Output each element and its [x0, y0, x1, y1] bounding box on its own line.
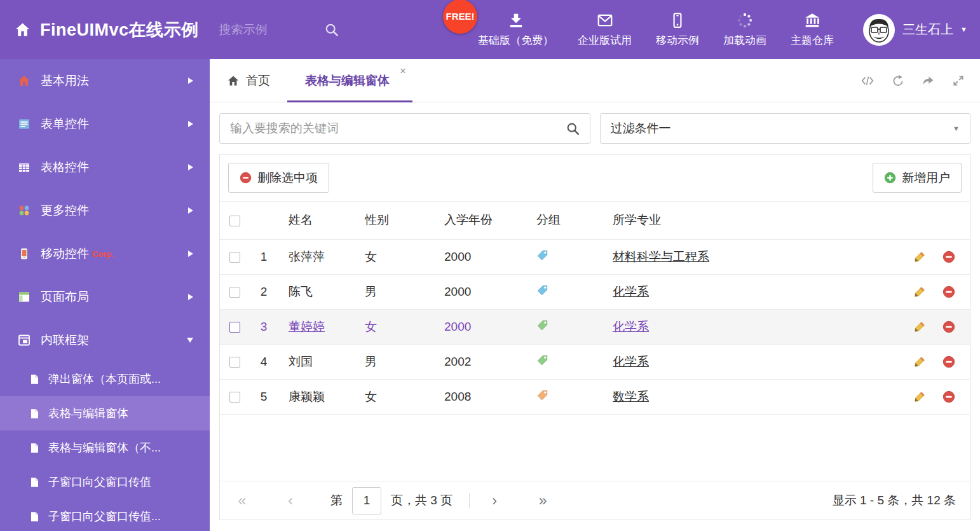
row-index: 2: [261, 285, 268, 298]
sidebar-item-page-layout[interactable]: 页面布局: [0, 275, 210, 319]
major-link[interactable]: 材料科学与工程系: [613, 250, 709, 263]
open-new-window-icon[interactable]: [922, 74, 935, 87]
table-row-selected[interactable]: 3 董婷婷 女 2000 化学系: [220, 309, 970, 344]
tab-tools: [861, 59, 980, 102]
page-prefix-label: 第: [330, 492, 343, 509]
page-suffix-label: 页，共 3 页: [391, 492, 453, 509]
delete-selected-button[interactable]: 删除选中项: [228, 163, 329, 193]
add-user-label: 新增用户: [902, 170, 950, 186]
nav-loading-animation[interactable]: 加载动画: [711, 12, 779, 48]
cell-gender: 女: [365, 250, 377, 263]
form-icon: [18, 118, 31, 130]
table-row[interactable]: 4 刘国 男 2002 化学系: [220, 344, 970, 379]
fullscreen-icon[interactable]: [952, 74, 965, 87]
add-user-button[interactable]: 新增用户: [873, 163, 962, 193]
file-icon: [29, 443, 40, 453]
sidebar-item-grid-controls[interactable]: 表格控件: [0, 146, 210, 189]
table-row[interactable]: 2 陈飞 男 2000 化学系: [220, 274, 970, 309]
cell-gender: 女: [365, 390, 377, 403]
shapes-icon: [18, 204, 31, 217]
cell-year: 2000: [444, 250, 471, 263]
header-search: [219, 23, 339, 37]
sidebar-subitem-child-to-parent-2[interactable]: 子窗口向父窗口传值...: [0, 499, 210, 531]
edit-icon[interactable]: [913, 286, 926, 298]
source-code-icon[interactable]: [861, 74, 875, 88]
delete-row-icon[interactable]: [943, 390, 955, 403]
brand[interactable]: FineUIMvc在线示例: [0, 18, 199, 41]
major-link[interactable]: 化学系: [613, 355, 649, 368]
delete-row-icon[interactable]: [943, 355, 955, 368]
refresh-icon[interactable]: [892, 74, 904, 87]
sidebar-subitem-grid-edit-window[interactable]: 表格与编辑窗体: [0, 396, 210, 431]
sidebar-subitem-child-to-parent[interactable]: 子窗口向父窗口传值: [0, 465, 210, 499]
sidebar-item-label: 内联框架: [41, 332, 89, 348]
row-checkbox[interactable]: [229, 392, 240, 403]
prev-page-button[interactable]: ‹: [282, 492, 299, 509]
home-icon: [227, 74, 240, 87]
user-menu[interactable]: 三生石上 ▼: [846, 13, 980, 46]
row-index: 1: [261, 250, 268, 263]
frame-icon: [18, 334, 31, 347]
actions-column-header: [899, 202, 970, 239]
cell-year: 2000: [444, 285, 471, 298]
sidebar-item-label: 表单控件: [41, 116, 89, 132]
cell-name: 陈飞: [289, 285, 313, 298]
tab-home[interactable]: 首页: [210, 59, 287, 102]
cell-gender: 女: [365, 320, 377, 333]
sidebar-subitem-popup-window[interactable]: 弹出窗体（本页面或...: [0, 362, 210, 396]
major-link[interactable]: 化学系: [613, 320, 649, 333]
nav-theme-repo[interactable]: 主题仓库: [779, 12, 846, 48]
next-page-button[interactable]: ›: [486, 492, 503, 509]
nav-enterprise-trial[interactable]: 企业版试用: [566, 12, 644, 48]
delete-row-icon[interactable]: [943, 286, 955, 298]
tag-icon: [536, 249, 548, 261]
table-icon: [18, 161, 31, 174]
row-checkbox[interactable]: [229, 322, 240, 333]
nav-basic-edition[interactable]: FREE! 基础版（免费）: [466, 12, 566, 48]
sidebar-subitem-grid-edit-window-2[interactable]: 表格与编辑窗体（不...: [0, 431, 210, 465]
edit-icon[interactable]: [913, 390, 926, 403]
nav-mobile-demo[interactable]: 移动示例: [644, 12, 711, 48]
cell-name: 康颖颖: [289, 390, 325, 403]
sidebar-subitem-label: 表格与编辑窗体: [48, 406, 128, 421]
filter-dropdown[interactable]: 过滤条件一 ▼: [600, 113, 971, 144]
nav-label: 企业版试用: [578, 33, 632, 48]
search-icon[interactable]: [566, 122, 580, 135]
filter-row: 过滤条件一 ▼: [219, 113, 970, 144]
grid-panel: 删除选中项 新增用户: [219, 154, 970, 520]
delete-row-icon[interactable]: [943, 321, 955, 333]
row-checkbox[interactable]: [229, 357, 240, 368]
sidebar: 基本用法 表单控件 表格控件 更多控件 移动控件 Corp.: [0, 59, 210, 531]
edit-icon[interactable]: [913, 321, 926, 333]
first-page-button[interactable]: «: [234, 492, 250, 509]
last-page-button[interactable]: »: [534, 492, 551, 509]
minus-circle-icon: [240, 172, 252, 184]
row-checkbox[interactable]: [229, 287, 240, 298]
edit-icon[interactable]: [913, 355, 926, 368]
major-link[interactable]: 数学系: [613, 390, 649, 403]
sidebar-item-more-controls[interactable]: 更多控件: [0, 189, 210, 232]
close-icon[interactable]: ×: [400, 66, 406, 76]
sidebar-item-form-controls[interactable]: 表单控件: [0, 102, 210, 146]
table-row[interactable]: 1 张萍萍 女 2000 材料科学与工程系: [220, 239, 970, 274]
select-all-checkbox[interactable]: [229, 216, 240, 226]
major-link[interactable]: 化学系: [613, 285, 649, 298]
delete-row-icon[interactable]: [943, 251, 955, 263]
sidebar-item-mobile-controls[interactable]: 移动控件 Corp.: [0, 232, 210, 275]
file-icon: [29, 408, 40, 419]
header-search-input[interactable]: [219, 23, 315, 37]
home-icon: [14, 21, 31, 38]
tab-grid-edit-window[interactable]: 表格与编辑窗体 ×: [287, 59, 412, 102]
sidebar-item-basic-usage[interactable]: 基本用法: [0, 59, 210, 102]
cell-name: 张萍萍: [289, 250, 325, 263]
spinner-icon: [737, 12, 753, 29]
download-icon: [508, 12, 524, 29]
keyword-search-input[interactable]: [230, 121, 566, 135]
edit-icon[interactable]: [913, 251, 926, 263]
page-number-input[interactable]: [352, 487, 381, 514]
search-icon[interactable]: [325, 23, 339, 37]
sidebar-item-iframe[interactable]: 内联框架: [0, 319, 210, 362]
row-checkbox[interactable]: [229, 252, 240, 263]
table-row[interactable]: 5 康颖颖 女 2008 数学系: [220, 379, 970, 414]
caret-down-icon: ▼: [953, 125, 960, 132]
